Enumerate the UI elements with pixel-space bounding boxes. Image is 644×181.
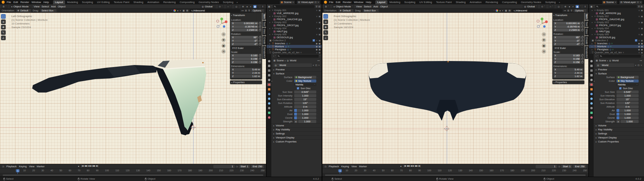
snap-button[interactable]: ∩ˇ xyxy=(548,5,554,8)
outliner-row-image[interactable]: ▨DESSOUS.jpg xyxy=(267,36,322,39)
viewport-canvas[interactable]: Front Orthographic (1) Scene Collection … xyxy=(322,13,588,164)
scale-x-field[interactable]: X0.183 xyxy=(231,54,258,57)
lock-icon[interactable] xyxy=(581,55,583,57)
playback-menu[interactable]: Playback xyxy=(329,165,339,168)
tab-constraints[interactable] xyxy=(267,106,271,110)
tab-compositing[interactable]: Compositing xyxy=(178,0,197,4)
bk-scene-icon[interactable]: ▣ xyxy=(182,9,185,12)
bk-category-icon[interactable]: ● xyxy=(499,9,501,12)
location-z-field[interactable]: Z2.2349 m xyxy=(553,28,581,32)
dust-slider[interactable]: 1.000 xyxy=(294,113,316,116)
altitude-field[interactable]: 0 m xyxy=(294,105,316,108)
outliner-row-empty-002[interactable]: ▾+Empty 002∨▣ xyxy=(589,15,644,18)
axis-gizmo[interactable] xyxy=(216,17,228,29)
add-workspace-button[interactable]: + xyxy=(558,1,561,4)
outliner-row-image[interactable]: ▨HAUT.jpg xyxy=(589,30,644,33)
blender-logo-icon[interactable] xyxy=(324,1,327,4)
hide-icon[interactable]: ∨ xyxy=(316,21,318,24)
world-datablock[interactable]: ◍ˇWorld xyxy=(596,63,634,67)
outliner-row-empty-004[interactable]: ▾+Empty 004∨▣ xyxy=(589,27,644,30)
viewlayer-selector[interactable]: ▤ ViewLayer ⊡ × xyxy=(619,1,642,4)
render-visibility-icon[interactable]: ▣ xyxy=(319,48,321,51)
viewlayer-copy-icon[interactable]: ⊡ xyxy=(637,1,639,3)
measure-tool[interactable]: ∠ xyxy=(1,36,6,40)
shading-rendered-button[interactable]: ◉ xyxy=(253,5,257,8)
expand-icon[interactable]: ▾ xyxy=(594,80,596,82)
viewport-display-panel-header[interactable]: ▸Viewport Display xyxy=(594,135,644,139)
proportional-edit-button[interactable]: ◎ xyxy=(556,5,561,8)
volume-panel-header[interactable]: ▸Volume xyxy=(594,123,644,127)
marker-menu[interactable]: Marker xyxy=(359,165,367,168)
tab-sculpting[interactable]: Sculpting xyxy=(80,0,95,4)
scene-unlink-icon[interactable]: × xyxy=(292,1,294,3)
outliner-row-branches[interactable]: ▸▽branches◇▿◉▣ xyxy=(267,42,322,45)
scale-x-field[interactable]: X0.183 xyxy=(553,54,581,57)
tab-material[interactable] xyxy=(589,116,593,119)
tab-uv-editing[interactable]: UV Editing xyxy=(417,0,434,4)
outliner-row-plexiglass[interactable]: ▸▽Plexiglass◇▿◉▣ xyxy=(589,48,644,51)
outliner-row-plexiglass[interactable]: ▸▽Plexiglass◇▿◉▣ xyxy=(267,48,322,51)
view-menu[interactable]: View xyxy=(29,165,34,168)
menu-view[interactable]: View xyxy=(356,5,362,8)
render-visibility-icon[interactable]: ▣ xyxy=(319,39,321,42)
hide-icon[interactable]: ∨ xyxy=(638,51,640,54)
viewlayer-remove-icon[interactable]: × xyxy=(640,1,641,3)
scene-selector[interactable]: ▦ Scene × xyxy=(602,1,617,4)
tab-render[interactable] xyxy=(589,64,593,67)
ray-visibility-panel-header[interactable]: ▸Ray Visibility xyxy=(271,127,322,131)
timeline-scrollbar[interactable] xyxy=(325,175,586,176)
play-reverse-button[interactable]: ◀ xyxy=(410,165,412,167)
tab-shading[interactable]: Shading xyxy=(454,0,468,4)
proportional-edit-button[interactable]: ◎ xyxy=(234,5,239,8)
outliner-row-quentin-tete[interactable]: ▽Quentin_tete_ok_v2_tex▿∨▣ xyxy=(267,51,322,54)
scale-y-field[interactable]: Y0.158 xyxy=(231,57,258,60)
select-box-tool[interactable]: ⬚ xyxy=(323,14,328,19)
bk-model-icon[interactable]: ◐ xyxy=(502,9,503,12)
start-frame-field[interactable]: Start1 xyxy=(561,165,572,168)
eye-icon[interactable]: ◉ xyxy=(638,45,640,48)
pin-icon[interactable]: ⊶ xyxy=(640,59,642,62)
end-frame-field[interactable]: End250 xyxy=(573,165,586,168)
menu-add[interactable]: Add xyxy=(373,5,378,8)
tab-animation[interactable]: Animation xyxy=(468,0,484,4)
menu-help[interactable]: Help xyxy=(43,1,49,4)
transform-panel-header[interactable]: ▾ Transform xyxy=(553,13,583,17)
tab-object[interactable] xyxy=(589,87,593,91)
move-tool[interactable]: ✚ xyxy=(1,25,6,29)
custom-properties-panel-header[interactable]: ▸Custom Properties xyxy=(271,139,322,143)
playback-menu[interactable]: Playback xyxy=(6,165,16,168)
color-texture-field[interactable]: Sky Texture xyxy=(616,79,639,82)
viewlayer-remove-icon[interactable]: × xyxy=(318,1,319,3)
dim-x-field[interactable]: X5.49 m xyxy=(231,68,261,71)
tab-scripting[interactable]: Scripting xyxy=(221,0,235,4)
drag-dropdown[interactable]: Select Boxˇ xyxy=(40,9,57,12)
filter-icon[interactable]: ∇ xyxy=(571,9,572,12)
jump-start-button[interactable]: |◀ xyxy=(404,165,406,167)
scale-y-field[interactable]: Y0.158 xyxy=(553,57,581,60)
unlink-icon[interactable]: × xyxy=(641,64,642,66)
shading-material-button[interactable]: ◐ xyxy=(572,5,575,8)
tab-constraints[interactable] xyxy=(589,106,593,110)
ray-visibility-panel-header[interactable]: ▸Ray Visibility xyxy=(594,127,644,131)
tab-geometry-nodes[interactable]: Geometry Nodes xyxy=(519,0,543,4)
ntab-create[interactable]: Create xyxy=(262,36,266,46)
ntab-renderkit[interactable]: RenderKit xyxy=(585,46,588,59)
tab-modeling[interactable]: Modeling xyxy=(65,0,80,4)
tab-particles[interactable] xyxy=(267,97,271,100)
tab-view-layer[interactable] xyxy=(267,73,271,77)
collection-checkbox[interactable]: ✓ xyxy=(313,39,315,42)
sun-size-field[interactable]: 0.545° xyxy=(294,90,316,94)
ntab-view[interactable]: View xyxy=(585,27,588,35)
render-visibility-icon[interactable]: ▣ xyxy=(319,15,321,18)
menu-help[interactable]: Help xyxy=(366,1,371,4)
render-visibility-icon[interactable]: ▣ xyxy=(641,48,643,51)
render-visibility-icon[interactable]: ▣ xyxy=(641,33,643,36)
render-visibility-icon[interactable]: ▣ xyxy=(319,9,321,12)
menu-window[interactable]: Window xyxy=(354,1,363,4)
dust-slider[interactable]: 1.000 xyxy=(616,113,639,116)
preview-panel-header[interactable]: ▸Preview xyxy=(594,67,644,71)
outliner-filter-icon[interactable]: ∇ xyxy=(638,5,640,8)
dim-z-field[interactable]: Z1.62 m xyxy=(231,75,261,78)
play-button[interactable]: ▶ xyxy=(413,165,414,167)
menu-select[interactable]: Select xyxy=(42,5,49,8)
